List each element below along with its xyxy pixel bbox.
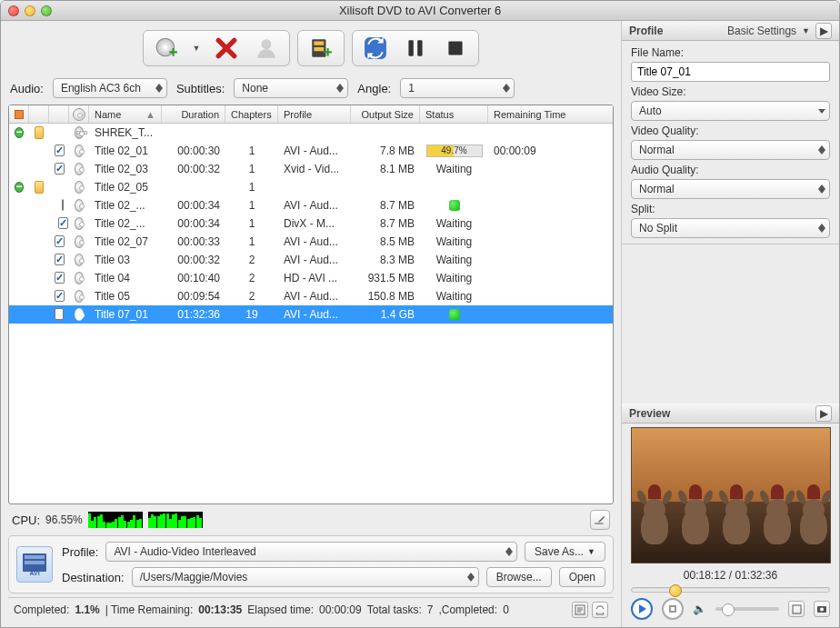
volume-icon[interactable]: 🔈 (693, 603, 706, 615)
col-check[interactable] (49, 105, 69, 123)
table-row[interactable]: Title 0400:10:402HD - AVI ...931.5 MBWai… (9, 269, 613, 287)
preview-image[interactable] (631, 427, 831, 563)
recycle-button[interactable] (592, 602, 608, 618)
table-row[interactable]: Title 02_0700:00:331AVI - Aud...8.5 MBWa… (9, 233, 613, 251)
col-output[interactable]: Output Size (351, 105, 420, 123)
col-blank1[interactable] (29, 105, 49, 123)
svg-rect-17 (25, 561, 45, 564)
svg-rect-11 (409, 40, 414, 55)
cell-chapters: 2 (225, 272, 278, 284)
cell-chapters: 19 (225, 308, 278, 321)
volume-slider[interactable] (715, 607, 779, 611)
add-dvd-button[interactable] (153, 35, 180, 62)
cell-output: 931.5 MB (351, 272, 420, 284)
table-row[interactable]: Title 0500:09:542AVI - Aud...150.8 MBWai… (9, 287, 613, 305)
cell-profile: HD - AVI ... (278, 272, 351, 284)
col-name[interactable]: Name▲ (89, 105, 162, 123)
col-chapters[interactable]: Chapters (225, 105, 278, 123)
log-button[interactable] (572, 602, 588, 618)
table-row[interactable]: Title 02_0300:00:321Xvid - Vid...8.1 MBW… (9, 160, 613, 178)
svg-rect-9 (327, 48, 329, 56)
filename-input[interactable] (631, 62, 830, 82)
row-checkbox[interactable] (55, 290, 65, 302)
status-done: 0 (503, 603, 509, 616)
svg-rect-12 (418, 40, 423, 55)
open-button[interactable]: Open (559, 567, 605, 587)
snapshot-button[interactable] (814, 601, 830, 617)
stop-icon (669, 605, 676, 613)
col-profile[interactable]: Profile (278, 105, 351, 123)
col-remaining[interactable]: Remaining Time (488, 105, 613, 123)
settings-button[interactable] (590, 510, 610, 530)
table-row[interactable]: −DVDSHREK_T... (9, 124, 613, 142)
cell-name: Title 02_07 (89, 235, 162, 248)
preview-stop-button[interactable] (662, 598, 684, 620)
chevron-down-icon[interactable]: ▼ (193, 44, 201, 53)
col-duration[interactable]: Duration (162, 105, 225, 123)
preview-expand-button[interactable]: ▶ (815, 405, 832, 422)
row-checkbox[interactable] (55, 163, 65, 174)
chevron-down-icon[interactable]: ▼ (802, 26, 810, 35)
col-expand[interactable] (9, 105, 29, 123)
play-button[interactable] (631, 598, 653, 620)
row-checkbox[interactable] (62, 199, 64, 211)
cell-output: 8.7 MB (351, 217, 420, 230)
row-checkbox[interactable] (58, 217, 68, 229)
delete-button[interactable] (213, 35, 240, 62)
angle-select[interactable]: 1 (400, 78, 515, 98)
destination-value: /Users/Maggie/Movies (140, 571, 248, 583)
convert-button[interactable] (362, 35, 389, 62)
col-disc[interactable] (69, 105, 89, 123)
video-quality-select[interactable]: Normal (631, 140, 830, 160)
destination-select[interactable]: /Users/Maggie/Movies (132, 567, 479, 587)
table-row[interactable]: Title 02_0100:00:301AVI - Aud...7.8 MB49… (9, 142, 613, 160)
subtitles-select[interactable]: None (234, 78, 348, 98)
cell-profile: AVI - Aud... (278, 145, 351, 157)
table-row[interactable]: −Title 02_051 (9, 178, 613, 196)
cell-status: Waiting (420, 217, 488, 230)
collapse-icon[interactable]: − (15, 182, 24, 193)
row-checkbox[interactable] (55, 145, 65, 156)
table-row[interactable]: Title 0300:00:322AVI - Aud...8.3 MBWaiti… (9, 251, 613, 269)
audio-select[interactable]: English AC3 6ch (53, 78, 167, 98)
cell-profile: AVI - Aud... (278, 199, 351, 212)
table-row[interactable]: Title 02_...00:00:341AVI - Aud...8.7 MB (9, 196, 613, 214)
audio-quality-select[interactable]: Normal (631, 179, 830, 199)
profile-mode[interactable]: Basic Settings (727, 25, 796, 37)
profile-select[interactable]: AVI - Audio-Video Interleaved (105, 542, 517, 562)
cell-name: Title 05 (89, 290, 162, 303)
cpu-label: CPU: (12, 513, 40, 527)
row-checkbox[interactable] (55, 272, 65, 284)
angle-label: Angle: (357, 82, 391, 95)
preview-panel: 00:18:12 / 01:32:36 🔈 (622, 424, 839, 627)
save-as-button[interactable]: Save As...▼ (525, 542, 605, 562)
video-size-select[interactable]: Auto (631, 101, 830, 121)
browse-button[interactable]: Browse... (486, 567, 552, 587)
stop-button[interactable] (442, 35, 469, 62)
disc-icon (75, 199, 84, 212)
row-checkbox[interactable] (55, 308, 64, 320)
split-select[interactable]: No Split (631, 218, 830, 238)
row-checkbox[interactable] (55, 254, 65, 265)
table-row[interactable]: Title 07_0101:32:3619AVI - Aud...1.4 GB (9, 305, 613, 324)
profile-expand-button[interactable]: ▶ (815, 23, 832, 39)
pause-button[interactable] (402, 35, 429, 62)
seek-handle[interactable] (669, 584, 682, 597)
row-checkbox[interactable] (55, 235, 65, 247)
table-row[interactable]: Title 02_...00:00:341DivX - M...8.7 MBWa… (9, 214, 613, 233)
cell-output: 8.1 MB (351, 163, 420, 175)
titlebar[interactable]: Xilisoft DVD to AVI Converter 6 (1, 1, 839, 21)
disc-icon (75, 272, 84, 284)
preview-title: Preview (629, 407, 670, 420)
cell-chapters: 1 (225, 163, 278, 175)
stream-options: Audio: English AC3 6ch Subtitles: None A… (8, 75, 614, 101)
destination-label: Destination: (62, 571, 125, 584)
col-status[interactable]: Status (420, 105, 488, 123)
film-add-button[interactable] (307, 35, 335, 62)
cell-output: 8.7 MB (351, 199, 420, 212)
collapse-icon[interactable]: − (15, 127, 24, 138)
user-button[interactable] (253, 35, 280, 62)
fullscreen-button[interactable] (788, 601, 805, 617)
status-ready-icon (449, 309, 460, 320)
preview-seek-bar[interactable] (631, 587, 830, 593)
